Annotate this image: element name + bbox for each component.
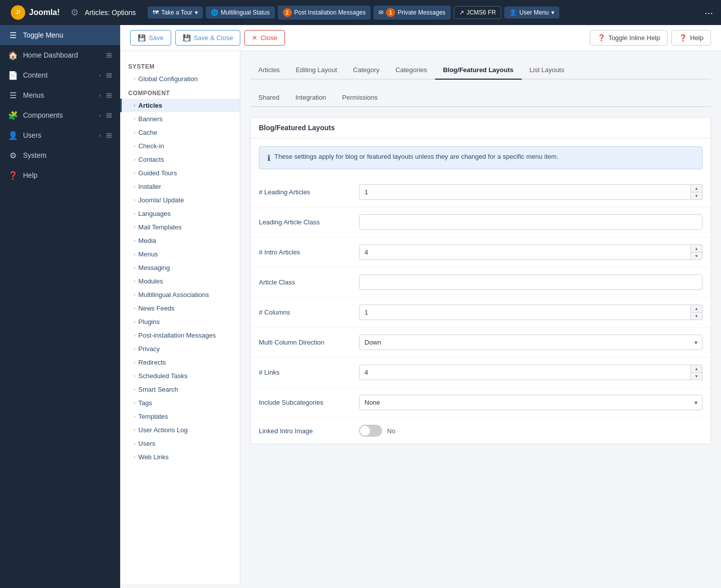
links-input[interactable]	[359, 365, 702, 380]
left-panel-item-scheduled-tasks[interactable]: › Scheduled Tasks	[120, 369, 240, 383]
leading-articles-control: ▲ ▼	[359, 184, 702, 200]
left-panel-item-plugins[interactable]: › Plugins	[120, 315, 240, 329]
left-panel-item-guided-tours[interactable]: › Guided Tours	[120, 166, 240, 180]
tab-categories[interactable]: Categories	[388, 61, 435, 80]
left-panel-item-menus[interactable]: › Menus	[120, 247, 240, 261]
sidebar-item-label: Users	[23, 131, 94, 139]
info-icon: ℹ	[267, 153, 270, 163]
content-icon: 📄	[8, 70, 18, 80]
post-installation-messages-button[interactable]: 2 Post Installation Messages	[278, 6, 371, 20]
logo-text: Joomla!	[29, 8, 60, 17]
left-panel-item-smart-search[interactable]: › Smart Search	[120, 383, 240, 396]
chevron-right-icon: ›	[134, 184, 135, 189]
sidebar-item-users[interactable]: 👤 Users › ⊞	[0, 125, 120, 145]
private-messages-button[interactable]: ✉ 1 Private Messages	[374, 6, 450, 20]
columns-input[interactable]	[359, 305, 702, 320]
links-decrement[interactable]: ▼	[690, 372, 702, 380]
tab-blog-featured-layouts[interactable]: Blog/Featured Layouts	[435, 61, 522, 80]
multi-column-direction-select[interactable]: Down Across	[359, 335, 702, 350]
sidebar-item-system[interactable]: ⚙ System	[0, 145, 120, 165]
sidebar-item-components[interactable]: 🧩 Components › ⊞	[0, 105, 120, 125]
columns-label: # Columns	[259, 309, 359, 316]
left-panel-item-joomla-update[interactable]: › Joomla! Update	[120, 193, 240, 207]
intro-articles-input[interactable]	[359, 244, 702, 260]
left-panel-item-installer[interactable]: › Installer	[120, 180, 240, 193]
chevron-right-icon: ›	[134, 224, 135, 230]
save-icon: 💾	[138, 34, 146, 42]
sidebar-item-content[interactable]: 📄 Content › ⊞	[0, 65, 120, 85]
left-panel-item-articles[interactable]: › Articles	[120, 99, 240, 112]
left-panel-item-cache[interactable]: › Cache	[120, 126, 240, 139]
tab-list-layouts[interactable]: List Layouts	[522, 61, 572, 80]
article-class-input[interactable]	[359, 274, 702, 290]
tab-shared[interactable]: Shared	[250, 89, 287, 107]
left-panel-item-messaging[interactable]: › Messaging	[120, 261, 240, 274]
close-button[interactable]: ✕ Close	[244, 30, 284, 46]
help-circle-icon: ❓	[597, 34, 605, 42]
left-panel-item-languages[interactable]: › Languages	[120, 207, 240, 220]
left-panel-item-tags[interactable]: › Tags	[120, 396, 240, 410]
tab-permissions[interactable]: Permissions	[334, 89, 386, 107]
save-button[interactable]: 💾 Save	[130, 30, 171, 46]
leading-article-class-input[interactable]	[359, 214, 702, 230]
components-icon: 🧩	[8, 110, 18, 120]
intro-articles-decrement[interactable]: ▼	[690, 252, 702, 260]
leading-articles-increment[interactable]: ▲	[690, 184, 702, 192]
left-panel-item-global-configuration[interactable]: › Global Configuration	[120, 72, 240, 86]
left-panel-item-modules[interactable]: › Modules	[120, 274, 240, 288]
multilingual-status-button[interactable]: 🌐 Multilingual Status	[206, 7, 274, 19]
left-panel-item-web-links[interactable]: › Web Links	[120, 450, 240, 464]
article-class-row: Article Class	[251, 267, 710, 298]
tab-integration[interactable]: Integration	[287, 89, 334, 107]
include-subcategories-select[interactable]: None All 1 2 3 4 5	[359, 395, 702, 410]
left-panel-item-users[interactable]: › Users	[120, 437, 240, 450]
left-panel-item-templates[interactable]: › Templates	[120, 410, 240, 423]
user-menu-button[interactable]: 👤 User Menu ▾	[504, 7, 559, 19]
tab-editing-layout[interactable]: Editing Layout	[288, 61, 345, 80]
take-a-tour-button[interactable]: 🗺 Take a Tour ▾	[148, 7, 203, 19]
leading-articles-row: # Leading Articles ▲ ▼	[251, 177, 710, 207]
left-panel-item-contacts[interactable]: › Contacts	[120, 153, 240, 166]
chevron-right-icon: ›	[134, 454, 135, 460]
left-panel-item-privacy[interactable]: › Privacy	[120, 342, 240, 356]
left-panel-item-news-feeds[interactable]: › News Feeds	[120, 302, 240, 315]
jcms6-fr-button[interactable]: ↗ JCMS6 FR	[454, 6, 502, 19]
tab-articles[interactable]: Articles	[250, 61, 288, 80]
save-close-button[interactable]: 💾 Save & Close	[175, 30, 241, 46]
sidebar-item-toggle-menu[interactable]: ☰ Toggle Menu	[0, 25, 120, 45]
links-label: # Links	[259, 369, 359, 376]
toggle-inline-help-button[interactable]: ❓ Toggle Inline Help	[590, 30, 667, 46]
left-panel-item-mail-templates[interactable]: › Mail Templates	[120, 220, 240, 234]
links-increment[interactable]: ▲	[690, 365, 702, 372]
left-panel-item-check-in[interactable]: › Check-in	[120, 139, 240, 153]
info-text: These settings apply for blog or feature…	[274, 153, 558, 160]
sidebar-item-help[interactable]: ❓ Help	[0, 165, 120, 185]
main-content: 💾 Save 💾 Save & Close ✕ Close ❓ Toggle I…	[120, 25, 721, 584]
left-panel-item-user-actions-log[interactable]: › User Actions Log	[120, 423, 240, 437]
intro-articles-label: # Intro Articles	[259, 248, 359, 256]
columns-increment[interactable]: ▲	[690, 305, 702, 312]
left-panel-item-banners[interactable]: › Banners	[120, 112, 240, 126]
chevron-right-icon: ›	[134, 333, 135, 338]
sidebar-item-home-dashboard[interactable]: 🏠 Home Dashboard ⊞	[0, 45, 120, 65]
menus-icon: ☰	[8, 90, 18, 100]
linked-intro-image-label: Linked Intro Image	[259, 427, 359, 435]
linked-intro-image-value: No	[387, 427, 396, 435]
left-panel-item-redirects[interactable]: › Redirects	[120, 356, 240, 369]
linked-intro-image-row: Linked Intro Image No	[251, 418, 710, 444]
left-panel-item-multilingual-associations[interactable]: › Multilingual Associations	[120, 288, 240, 302]
left-panel-item-media[interactable]: › Media	[120, 234, 240, 247]
columns-decrement[interactable]: ▼	[690, 312, 702, 320]
leading-articles-input[interactable]	[359, 184, 702, 200]
help-button[interactable]: ❓ Help	[671, 30, 711, 46]
chevron-right-icon: ›	[134, 427, 135, 433]
sidebar-item-menus[interactable]: ☰ Menus › ⊞	[0, 85, 120, 105]
sidebar-item-label: Components	[23, 111, 94, 119]
right-panel: Articles Editing Layout Category Categor…	[240, 51, 721, 584]
intro-articles-increment[interactable]: ▲	[690, 244, 702, 252]
tab-category[interactable]: Category	[345, 61, 388, 80]
leading-articles-decrement[interactable]: ▼	[690, 192, 702, 200]
linked-intro-image-toggle[interactable]	[359, 425, 382, 437]
more-options-button[interactable]: ···	[701, 7, 716, 19]
left-panel-item-post-installation-messages[interactable]: › Post-installation Messages	[120, 329, 240, 342]
